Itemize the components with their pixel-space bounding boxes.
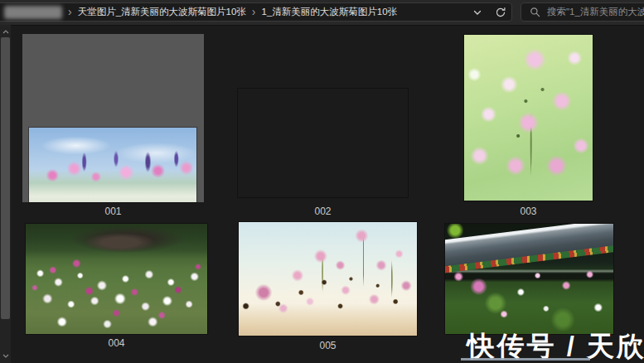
redacted-breadcrumb-segment[interactable] [4, 6, 62, 19]
scrollbar-thumb[interactable] [1, 37, 10, 319]
scroll-up-icon[interactable] [0, 27, 11, 36]
thumbnail-003[interactable] [464, 35, 593, 201]
refresh-icon [495, 7, 506, 18]
breadcrumb-parent-folder[interactable]: 天堂图片_清新美丽的大波斯菊图片10张 [78, 6, 246, 18]
thumbnail-005[interactable] [239, 222, 417, 336]
address-bar[interactable]: › 天堂图片_清新美丽的大波斯菊图片10张 › 1_清新美丽的大波斯菊图片10张 [0, 2, 512, 22]
search-box[interactable]: 搜索"1_清新美丽的大波斯菊 [521, 2, 644, 22]
file-label: 002 [238, 206, 408, 217]
address-dropdown-button[interactable] [469, 4, 486, 21]
scroll-down-icon[interactable] [0, 351, 11, 360]
refresh-button[interactable] [492, 4, 509, 21]
toolbar: › 天堂图片_清新美丽的大波斯菊图片10张 › 1_清新美丽的大波斯菊图片10张… [0, 0, 644, 26]
thumbnail-002[interactable] [238, 89, 408, 197]
file-label: 001 [22, 206, 204, 217]
file-label: 004 [26, 337, 207, 349]
thumbnail-001[interactable] [29, 128, 196, 202]
breadcrumb-separator-icon: › [68, 6, 72, 17]
search-placeholder: 搜索"1_清新美丽的大波斯菊 [547, 6, 644, 18]
breadcrumb-current-folder[interactable]: 1_清新美丽的大波斯菊图片10张 [262, 6, 398, 18]
search-icon [530, 7, 540, 17]
explorer-window: › 天堂图片_清新美丽的大波斯菊图片10张 › 1_清新美丽的大波斯菊图片10张… [0, 0, 644, 363]
breadcrumb-separator-icon: › [252, 6, 256, 17]
file-label: 003 [464, 206, 593, 217]
vertical-scrollbar[interactable] [0, 25, 11, 363]
thumbnail-006[interactable] [445, 224, 613, 334]
chevron-down-icon [472, 7, 482, 17]
file-label: 005 [239, 340, 417, 351]
watermark-underline [461, 358, 590, 361]
thumbnail-004[interactable] [26, 224, 207, 334]
